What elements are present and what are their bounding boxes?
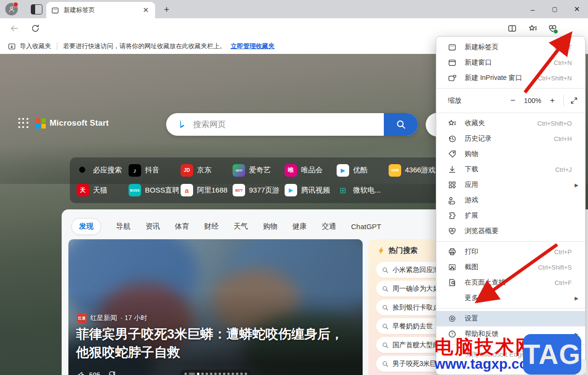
puzzle-icon: [448, 211, 457, 220]
quick-link[interactable]: ▶ 腾讯视频: [285, 184, 335, 196]
menu-item-extensions[interactable]: 扩展 ▶: [436, 208, 585, 223]
window-maximize-button[interactable]: ▢: [544, 0, 566, 18]
favorites-hint-text: 若要进行快速访问，请将你的网址收藏放在此收藏夹栏上。: [63, 42, 226, 51]
apps-icon: [448, 181, 457, 189]
quick-link[interactable]: 天 天猫: [77, 184, 127, 196]
new-tab-button[interactable]: +: [161, 4, 172, 15]
quick-link-label: 爱奇艺: [249, 166, 271, 175]
menu-item-shopping[interactable]: 购物 ▶: [436, 146, 585, 162]
carousel-dots[interactable]: [181, 370, 251, 375]
browser-more-menu: 新建标签页 Ctrl+T ▶ 新建窗口 Ctrl+N ▶ 新建 InPrivat…: [436, 36, 586, 375]
magnifier-icon: [396, 119, 406, 129]
4366-icon: 4366: [389, 164, 401, 177]
menu-item-browser-essentials[interactable]: 浏览器概要 ▶: [436, 223, 585, 239]
quick-link[interactable]: a 阿里1688: [181, 184, 231, 196]
quick-link[interactable]: iQIYI 爱奇艺: [233, 164, 283, 177]
profile-avatar[interactable]: [5, 3, 18, 15]
menu-item-settings[interactable]: 设置 ▶: [436, 311, 585, 326]
quick-link-label: 9377页游: [249, 186, 279, 195]
quick-link[interactable]: ⊞ 微软电...: [337, 184, 387, 196]
menu-item-new-window[interactable]: 新建窗口 Ctrl+N ▶: [436, 55, 585, 70]
quick-link[interactable]: BOSS BOSS直聘: [129, 184, 179, 196]
feed-tab-ChatGPT[interactable]: ChatGPT: [351, 222, 381, 231]
quick-link[interactable]: 9377 9377页游: [233, 184, 283, 196]
star-lines-icon: [448, 119, 457, 128]
split-screen-icon[interactable]: [508, 24, 517, 33]
menu-item-screenshot[interactable]: 截图 Ctrl+Shift+S ▶: [436, 259, 585, 275]
menu-item-new-tab[interactable]: 新建标签页 Ctrl+T ▶: [436, 39, 585, 55]
window-close-button[interactable]: ✕: [566, 0, 588, 18]
search-submit-button[interactable]: [384, 113, 418, 136]
menu-separator: [436, 308, 585, 309]
menu-item-find-on-page[interactable]: 在页面上查找 Ctrl+F ▶: [436, 275, 585, 290]
tab-close-icon[interactable]: ✕: [141, 6, 150, 14]
brand-title: Microsoft Start: [50, 118, 109, 128]
window-minimize-button[interactable]: –: [522, 0, 544, 18]
tencent-video-icon: ▶: [285, 184, 297, 196]
feed-tab-发现[interactable]: 发现: [71, 218, 101, 235]
feed-tab-导航[interactable]: 导航: [116, 222, 131, 231]
tmall-icon: 天: [77, 184, 89, 196]
import-favorites-label[interactable]: 导入收藏夹: [20, 42, 51, 51]
thumbs-down-icon[interactable]: [108, 371, 116, 375]
tab-workspaces-icon[interactable]: [31, 4, 42, 14]
menu-item-games[interactable]: 游戏 ▶: [436, 193, 585, 208]
vip-icon: 唯: [285, 164, 297, 177]
quick-link[interactable]: ♪ 抖音: [129, 164, 179, 177]
window-icon: [448, 58, 457, 67]
bing-search-icon: [77, 164, 89, 177]
feed-tab-购物[interactable]: 购物: [263, 222, 277, 231]
search-icon: [382, 342, 389, 349]
favorites-collections-icon[interactable]: [528, 24, 537, 33]
games-icon: [448, 196, 457, 205]
feed-tab-天气[interactable]: 天气: [234, 222, 248, 231]
feed-tab-健康[interactable]: 健康: [292, 222, 307, 231]
new-tab-page-icon: [51, 6, 59, 14]
waffle-menu-icon[interactable]: [18, 118, 29, 129]
menu-item-downloads[interactable]: 下载 Ctrl+J ▶: [436, 162, 585, 177]
zoom-out-button[interactable]: −: [506, 96, 520, 105]
menu-item-new-inprivate[interactable]: 新建 InPrivate 窗口 Ctrl+Shift+N ▶: [436, 70, 585, 86]
fullscreen-icon[interactable]: [568, 94, 580, 107]
menu-item-apps[interactable]: 应用 ▶: [436, 177, 585, 193]
back-icon[interactable]: [10, 24, 19, 33]
youku-icon: ▶: [337, 164, 349, 177]
zoom-in-button[interactable]: +: [545, 96, 560, 105]
quick-link[interactable]: ▶ 优酷: [337, 164, 387, 177]
news-headline[interactable]: 菲律宾男子咬死3米巨蟒：遭蟒蛇咬伤缠身后，他狠咬蛇脖子自救: [76, 325, 353, 362]
quick-link[interactable]: 必应搜索: [77, 164, 127, 177]
quick-link-label: 腾讯视频: [301, 186, 330, 195]
new-tab-icon: [448, 43, 457, 52]
printer-icon: [448, 247, 457, 256]
hot-search-title: 热门搜索: [389, 246, 418, 255]
news-source-row: 红星 红星新闻 · 17 小时: [77, 313, 147, 323]
feed-tab-资讯[interactable]: 资讯: [145, 222, 160, 231]
menu-item-more-tools[interactable]: 更多工具 ▶: [436, 290, 585, 306]
green-check-badge: [553, 29, 558, 34]
refresh-icon[interactable]: [31, 24, 40, 33]
quick-link[interactable]: JD 京东: [181, 164, 231, 177]
web-search-box[interactable]: 搜索网页: [166, 113, 418, 136]
browser-essentials-icon[interactable]: [548, 24, 557, 33]
hot-search-text: 男子咬死3米巨: [392, 360, 437, 368]
menu-item-print[interactable]: 打印 Ctrl+P ▶: [436, 244, 585, 259]
menu-item-history[interactable]: 历史记录 Ctrl+H ▶: [436, 131, 585, 146]
browser-tab[interactable]: 新建标签页 ✕: [46, 2, 155, 18]
quick-link-label: BOSS直聘: [145, 186, 179, 195]
feed-tab-交通[interactable]: 交通: [322, 222, 336, 231]
search-icon: [382, 323, 389, 330]
quick-link-label: 微软电...: [353, 186, 381, 195]
hero-news-card[interactable]: 红星 红星新闻 · 17 小时 菲律宾男子咬死3米巨蟒：遭蟒蛇咬伤缠身后，他狠咬…: [68, 239, 363, 375]
feed-tab-财经[interactable]: 财经: [204, 222, 219, 231]
thumbs-up-icon[interactable]: [77, 371, 85, 375]
quick-link[interactable]: 4366 4366游戏: [389, 164, 439, 177]
quick-link-label: 阿里1688: [197, 186, 227, 195]
menu-item-favorites[interactable]: 收藏夹 Ctrl+Shift+O ▶: [436, 116, 585, 131]
quick-link[interactable]: 唯 唯品会: [285, 164, 335, 177]
find-icon: [448, 278, 457, 287]
hot-search-text: 国产首艘大型邮: [392, 341, 440, 349]
hot-search-text: 周一确诊为大如: [392, 284, 440, 293]
flame-bolt-icon: [377, 246, 385, 255]
feed-tab-体育[interactable]: 体育: [175, 222, 189, 231]
manage-favorites-link[interactable]: 立即管理收藏夹: [231, 42, 274, 51]
